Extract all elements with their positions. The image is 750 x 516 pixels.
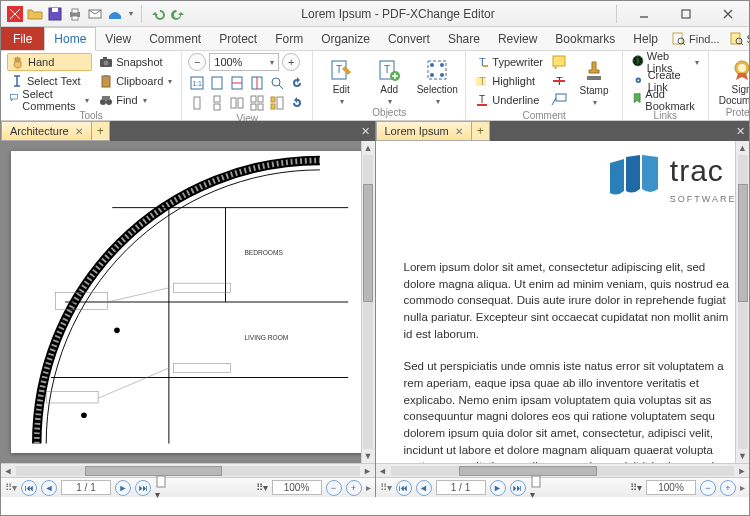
options-icon[interactable]: ⠿▾ (5, 482, 17, 493)
selection-button[interactable]: Selection▾ (415, 53, 459, 106)
window-title: Lorem Ipsum - PDF-XChange Editor (192, 7, 604, 21)
last-page-button[interactable]: ⏭ (135, 480, 151, 496)
zoom-out-button[interactable]: − (700, 480, 716, 496)
statusbar-left: ⠿▾ ⏮ ◄ 1 / 1 ► ⏭ ▾ ⠿▾ 100% − + ▸ (1, 477, 375, 497)
fit-width-icon[interactable] (228, 74, 246, 92)
first-page-button[interactable]: ⏮ (21, 480, 37, 496)
tab-organize[interactable]: Organize (312, 27, 379, 50)
open-icon[interactable] (27, 6, 43, 22)
strikeout-icon[interactable]: T (550, 72, 568, 90)
svg-rect-70 (556, 94, 566, 101)
tab-review[interactable]: Review (489, 27, 546, 50)
hscrollbar-left[interactable]: ◄► (1, 463, 375, 477)
clipboard-button[interactable]: Clipboard▾ (96, 72, 175, 90)
search-button[interactable]: Search... (725, 27, 750, 50)
thumbnails-icon[interactable] (268, 94, 286, 112)
pane-close-button[interactable]: ✕ (731, 121, 749, 141)
last-page-button[interactable]: ⏭ (510, 480, 526, 496)
edit-button[interactable]: TEdit▾ (319, 53, 363, 106)
close-icon[interactable]: ✕ (455, 126, 463, 137)
vscrollbar-left[interactable]: ▲▼ (361, 141, 375, 463)
rotate-ccw-icon[interactable] (288, 74, 306, 92)
scan-icon[interactable] (107, 6, 123, 22)
zoom-in-button[interactable]: + (346, 480, 362, 496)
add-button[interactable]: TAdd▾ (367, 53, 411, 106)
hscrollbar-right[interactable]: ◄► (376, 463, 750, 477)
close-button[interactable] (709, 2, 747, 26)
vscrollbar-right[interactable]: ▲▼ (735, 141, 749, 463)
save-icon[interactable] (47, 6, 63, 22)
doc-view-right[interactable]: tracSOFTWARE P Lorem ipsum dolor sit ame… (376, 141, 750, 463)
doc-tab-architecture[interactable]: Architecture✕ (1, 121, 92, 141)
redo-icon[interactable] (170, 6, 186, 22)
next-page-button[interactable]: ► (115, 480, 131, 496)
sticky-note-icon[interactable] (550, 53, 568, 71)
prev-page-button[interactable]: ◄ (416, 480, 432, 496)
svg-text:1:1: 1:1 (192, 80, 202, 87)
find-tool-button[interactable]: Find▾ (96, 91, 175, 109)
tab-view[interactable]: View (96, 27, 140, 50)
tab-comment[interactable]: Comment (140, 27, 210, 50)
fit-visible-icon[interactable] (248, 74, 266, 92)
two-pages-icon[interactable] (228, 94, 246, 112)
qat-dropdown-icon[interactable]: ▾ (129, 9, 133, 18)
pane-close-button[interactable]: ✕ (357, 121, 375, 141)
tab-help[interactable]: Help (624, 27, 667, 50)
tab-home[interactable]: Home (44, 27, 96, 51)
fit-page-icon[interactable] (208, 74, 226, 92)
select-comments-button[interactable]: Select Comments▾ (7, 91, 92, 109)
prev-page-button[interactable]: ◄ (41, 480, 57, 496)
next-page-button[interactable]: ► (490, 480, 506, 496)
tab-form[interactable]: Form (266, 27, 312, 50)
more-icon[interactable]: ▸ (740, 482, 745, 493)
zoom-in-button[interactable]: + (720, 480, 736, 496)
actual-size-icon[interactable]: 1:1 (188, 74, 206, 92)
page-menu-icon[interactable]: ▾ (530, 475, 542, 500)
page-field[interactable]: 1 / 1 (436, 480, 486, 495)
file-tab[interactable]: File (1, 27, 44, 50)
print-icon[interactable] (67, 6, 83, 22)
zoom-menu-icon[interactable]: ⠿▾ (256, 482, 268, 493)
new-tab-button[interactable]: + (472, 121, 490, 141)
zoom-field[interactable]: 100% (646, 480, 696, 495)
callout-icon[interactable] (550, 91, 568, 109)
sign-document-button[interactable]: Sign Document (715, 53, 750, 106)
continuous-icon[interactable] (208, 94, 226, 112)
tab-bookmarks[interactable]: Bookmarks (546, 27, 624, 50)
more-icon[interactable]: ▸ (366, 482, 371, 493)
zoom-in-button[interactable]: + (282, 53, 300, 71)
page-menu-icon[interactable]: ▾ (155, 475, 167, 500)
email-icon[interactable] (87, 6, 103, 22)
minimize-button[interactable] (625, 2, 663, 26)
tab-share[interactable]: Share (439, 27, 489, 50)
undo-icon[interactable] (150, 6, 166, 22)
two-continuous-icon[interactable] (248, 94, 266, 112)
single-page-icon[interactable] (188, 94, 206, 112)
add-bookmark-button[interactable]: Add Bookmark (629, 91, 702, 109)
zoom-field[interactable]: 100%▾ (209, 53, 279, 71)
new-tab-button[interactable]: + (92, 121, 110, 141)
underline-button[interactable]: TUnderline (472, 91, 546, 109)
hand-tool-button[interactable]: Hand (7, 53, 92, 71)
tab-protect[interactable]: Protect (210, 27, 266, 50)
page-field[interactable]: 1 / 1 (61, 480, 111, 495)
tab-convert[interactable]: Convert (379, 27, 439, 50)
zoom-field[interactable]: 100% (272, 480, 322, 495)
doc-view-left[interactable]: BEDROOMS LIVING ROOM (1, 141, 375, 463)
find-button[interactable]: Find... (667, 27, 725, 50)
close-icon[interactable]: ✕ (75, 126, 83, 137)
maximize-button[interactable] (667, 2, 705, 26)
highlight-button[interactable]: THighlight (472, 72, 546, 90)
zoom-menu-icon[interactable]: ⠿▾ (630, 482, 642, 493)
zoom-tool-icon[interactable] (268, 74, 286, 92)
options-icon[interactable]: ⠿▾ (380, 482, 392, 493)
snapshot-button[interactable]: Snapshot (96, 53, 175, 71)
stamp-button[interactable]: Stamp▾ (572, 53, 616, 109)
rotate-cw-icon[interactable] (288, 94, 306, 112)
zoom-out-button[interactable]: − (326, 480, 342, 496)
tabstrip-left: Architecture✕ + ✕ (1, 121, 375, 141)
zoom-out-button[interactable]: − (188, 53, 206, 71)
doc-tab-lorem[interactable]: Lorem Ipsum✕ (376, 121, 472, 141)
first-page-button[interactable]: ⏮ (396, 480, 412, 496)
typewriter-button[interactable]: TTypewriter (472, 53, 546, 71)
